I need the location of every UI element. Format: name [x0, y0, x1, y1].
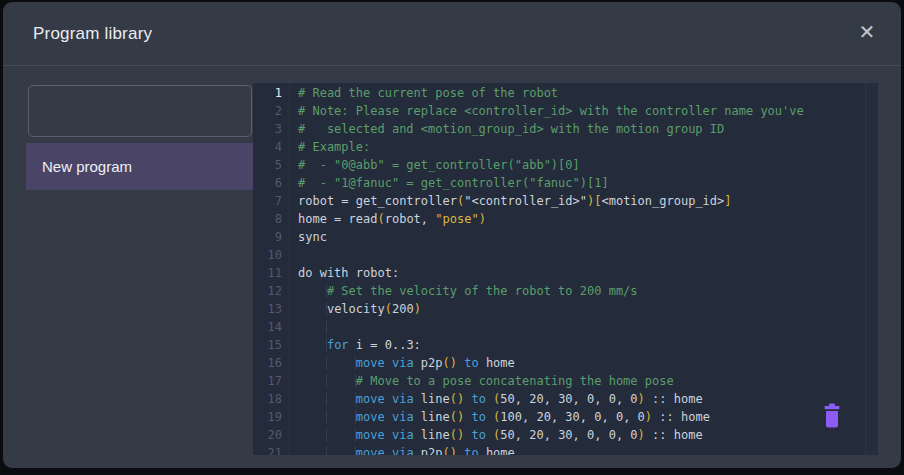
- code-text: # selected and <motion_group_id> with th…: [290, 120, 724, 138]
- code-line: 19 move via line() to (100, 20, 30, 0, 0…: [253, 408, 865, 426]
- close-icon: ✕: [859, 20, 876, 44]
- code-text: move via line() to (50, 20, 30, 0, 0, 0)…: [290, 426, 703, 444]
- search-input[interactable]: [44, 86, 263, 136]
- code-line: 21 move via p2p() to home: [253, 444, 865, 455]
- line-number: 5: [253, 156, 290, 174]
- close-button[interactable]: ✕: [851, 16, 883, 48]
- line-number: 7: [253, 192, 290, 210]
- code-text: velocity(200): [290, 300, 421, 318]
- line-number: 2: [253, 102, 290, 120]
- code-line: 8home = read(robot, "pose"): [253, 210, 865, 228]
- code-text: # - "1@fanuc" = get_controller("fanuc")[…: [290, 174, 609, 192]
- trash-icon: [823, 403, 841, 430]
- code-text: # Move to a pose concatenating the home …: [290, 372, 674, 390]
- code-line: 10: [253, 246, 865, 264]
- line-number: 3: [253, 120, 290, 138]
- code-line: 7robot = get_controller("<controller_id>…: [253, 192, 865, 210]
- code-text: home = read(robot, "pose"): [290, 210, 486, 228]
- code-text: move via line() to (50, 20, 30, 0, 0, 0)…: [290, 390, 703, 408]
- line-number: 21: [253, 444, 290, 455]
- code-line: 9sync: [253, 228, 865, 246]
- line-number: 6: [253, 174, 290, 192]
- code-line: 13 velocity(200): [253, 300, 865, 318]
- code-text: move via line() to (100, 20, 30, 0, 0, 0…: [290, 408, 710, 426]
- line-number: 14: [253, 318, 290, 336]
- sidebar-item-label: New program: [26, 158, 132, 175]
- line-number: 16: [253, 354, 290, 372]
- line-number: 15: [253, 336, 290, 354]
- line-number: 20: [253, 426, 290, 444]
- code-text: # Example:: [290, 138, 370, 156]
- code-line: 2# Note: Please replace <controller_id> …: [253, 102, 865, 120]
- search-box: [28, 85, 252, 137]
- code-line: 3# selected and <motion_group_id> with t…: [253, 120, 865, 138]
- code-text: # - "0@abb" = get_controller("abb")[0]: [290, 156, 580, 174]
- code-editor[interactable]: 1# Read the current pose of the robot2# …: [253, 83, 878, 455]
- code-text: # Set the velocity of the robot to 200 m…: [290, 282, 638, 300]
- code-line: 20 move via line() to (50, 20, 30, 0, 0,…: [253, 426, 865, 444]
- code-text: sync: [290, 228, 327, 246]
- code-line: 5# - "0@abb" = get_controller("abb")[0]: [253, 156, 865, 174]
- code-line: 16 move via p2p() to home: [253, 354, 865, 372]
- line-number: 10: [253, 246, 290, 264]
- code-text: # Note: Please replace <controller_id> w…: [290, 102, 804, 120]
- code-line: 4# Example:: [253, 138, 865, 156]
- line-number: 12: [253, 282, 290, 300]
- code-line: 11do with robot:: [253, 264, 865, 282]
- line-number: 17: [253, 372, 290, 390]
- code-text: [290, 246, 298, 264]
- code-line: 15 for i = 0..3:: [253, 336, 865, 354]
- code-text: for i = 0..3:: [290, 336, 421, 354]
- line-number: 8: [253, 210, 290, 228]
- code-text: move via p2p() to home: [290, 444, 515, 455]
- line-number: 11: [253, 264, 290, 282]
- line-number: 18: [253, 390, 290, 408]
- dialog-title: Program library: [33, 24, 152, 44]
- editor-scrollbar[interactable]: [865, 83, 878, 455]
- code-text: robot = get_controller("<controller_id>"…: [290, 192, 732, 210]
- code-line: 17 # Move to a pose concatenating the ho…: [253, 372, 865, 390]
- delete-program-button[interactable]: [816, 401, 848, 435]
- code-text: [290, 318, 327, 336]
- code-text: move via p2p() to home: [290, 354, 515, 372]
- code-text: # Read the current pose of the robot: [290, 84, 558, 102]
- line-number: 4: [253, 138, 290, 156]
- code-line: 1# Read the current pose of the robot: [253, 84, 865, 102]
- code-line: 18 move via line() to (50, 20, 30, 0, 0,…: [253, 390, 865, 408]
- dialog-header: Program library ✕: [3, 2, 901, 66]
- code-text: do with robot:: [290, 264, 399, 282]
- code-line: 6# - "1@fanuc" = get_controller("fanuc")…: [253, 174, 865, 192]
- program-library-dialog: Program library ✕ New program 1# Read th…: [3, 2, 901, 468]
- line-number: 13: [253, 300, 290, 318]
- code-line: 14: [253, 318, 865, 336]
- code-line: 12 # Set the velocity of the robot to 20…: [253, 282, 865, 300]
- line-number: 19: [253, 408, 290, 426]
- code-lines: 1# Read the current pose of the robot2# …: [253, 84, 865, 455]
- line-number: 9: [253, 228, 290, 246]
- line-number: 1: [253, 84, 290, 102]
- sidebar-item-new-program[interactable]: New program: [26, 143, 253, 190]
